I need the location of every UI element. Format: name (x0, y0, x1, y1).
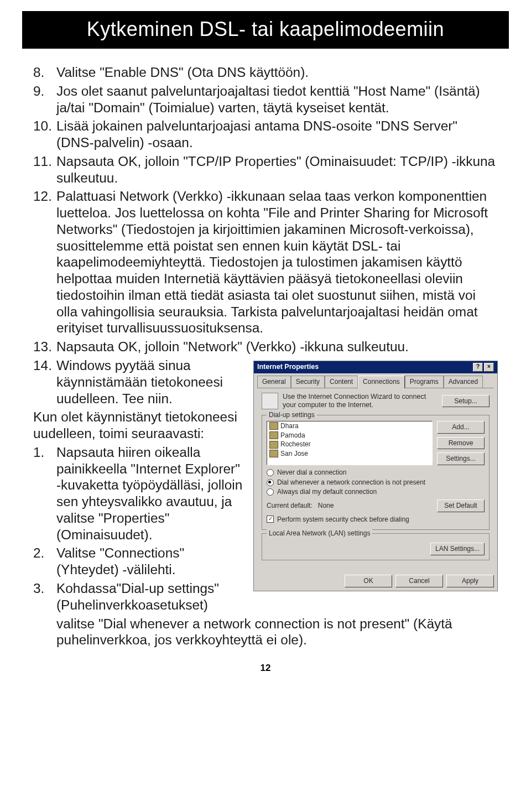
radio-icon[interactable] (267, 469, 274, 476)
tab-strip: GeneralSecurityContentConnectionsProgram… (254, 373, 497, 388)
numbered-step: 12.Palattuasi Network (Verkko) -ikkunaan… (33, 188, 498, 336)
step-text: Jos olet saanut palveluntarjoajaltasi ti… (56, 83, 498, 116)
connection-icon (269, 450, 278, 457)
step-text: Lisää jokainen palveluntarjoajasi antama… (56, 118, 498, 151)
step-14: 14. Windows pyytää sinua käynnistämään t… (33, 357, 246, 407)
step-number: 9. (33, 83, 56, 116)
step-text: Valitse "Connections" (Yhteydet) -välile… (56, 545, 246, 578)
connections-tab-body: Use the Internet Connection Wizard to co… (257, 388, 494, 568)
body-content: 8.Valitse "Enable DNS" (Ota DNS käyttöön… (33, 64, 498, 648)
numbered-step: 1.Napsauta hiiren oikealla painikkeella … (33, 444, 246, 543)
tab-general[interactable]: General (257, 376, 291, 388)
dialog-title-text: Internet Properties (257, 363, 319, 371)
set-default-button[interactable]: Set Default (437, 499, 485, 512)
dialup-item-label: Pamoda (280, 431, 305, 440)
step-number: 1. (33, 444, 56, 543)
numbered-step: 10.Lisää jokainen palveluntarjoajasi ant… (33, 118, 498, 151)
dial-radio-option[interactable]: Dial whenever a network connection is no… (267, 478, 485, 487)
wizard-icon (262, 393, 278, 409)
tab-security[interactable]: Security (291, 376, 325, 388)
dial-radio-option[interactable]: Never dial a connection (267, 469, 485, 477)
step-text: Kohdassa"Dial-up settings" (Puhelinverkk… (56, 580, 246, 613)
wizard-info-text: Use the Internet Connection Wizard to co… (283, 393, 438, 410)
step-number: 11. (33, 153, 56, 186)
current-default-label: Current default: (267, 502, 313, 509)
step-number: 13. (33, 339, 56, 355)
connection-icon (269, 422, 278, 430)
current-default-value: None (318, 502, 334, 509)
dialog-titlebar: Internet Properties ? × (254, 361, 497, 373)
step-number: 3. (33, 580, 56, 613)
radio-label: Never dial a connection (277, 469, 346, 477)
radio-icon[interactable] (267, 488, 274, 496)
tab-advanced[interactable]: Advanced (444, 376, 483, 388)
dialup-list-item[interactable]: San Jose (267, 449, 432, 459)
security-check-label: Perform system security check before dia… (277, 516, 409, 524)
connection-icon (269, 441, 278, 449)
lan-settings-button[interactable]: LAN Settings... (430, 543, 485, 555)
apply-button[interactable]: Apply (446, 575, 494, 587)
connection-icon (269, 431, 278, 439)
step-number: 12. (33, 188, 56, 336)
step-number: 10. (33, 118, 56, 151)
dialup-list-item[interactable]: Pamoda (267, 431, 432, 440)
numbered-step: 11.Napsauta OK, jolloin "TCP/IP Properti… (33, 153, 498, 186)
step-text: Napsauta OK, jolloin "TCP/IP Properties"… (56, 153, 498, 186)
remove-button[interactable]: Remove (437, 437, 485, 450)
page-title: Kytkeminen DSL- tai kaapelimodeemiin (22, 11, 509, 49)
dialup-group-label: Dial-up settings (267, 411, 317, 419)
dialup-settings-group: Dial-up settings DharaPamodaRochesterSan… (262, 415, 490, 530)
tab-content[interactable]: Content (325, 376, 358, 388)
step-number: 2. (33, 545, 56, 578)
add-button[interactable]: Add... (437, 421, 485, 434)
radio-icon[interactable] (267, 479, 274, 486)
step-text: Napsauta OK, jolloin "Network" (Verkko) … (56, 339, 498, 355)
numbered-step: 9.Jos olet saanut palveluntarjoajaltasi … (33, 83, 498, 116)
step-text: Napsauta hiiren oikealla painikkeella "I… (56, 444, 246, 543)
ok-button[interactable]: OK (345, 575, 392, 587)
lan-group-label: Local Area Network (LAN) settings (267, 529, 372, 538)
page-number: 12 (33, 663, 498, 674)
step-3a: 3. Kohdassa"Dial-up settings" (Puhelinve… (33, 580, 246, 613)
tab-programs[interactable]: Programs (405, 376, 444, 388)
security-check-row[interactable]: Perform system security check before dia… (267, 516, 485, 524)
step-number: 8. (33, 64, 56, 81)
internet-properties-dialog: Internet Properties ? × GeneralSecurityC… (253, 361, 498, 591)
followup-text: Kun olet käynnistänyt tietokoneesi uudel… (33, 409, 246, 442)
dial-radio-option[interactable]: Always dial my default connection (267, 488, 485, 496)
checkbox-icon[interactable] (267, 516, 274, 523)
step-text: Valitse "Enable DNS" (Ota DNS käyttöön). (56, 64, 498, 81)
help-button[interactable]: ? (473, 363, 483, 372)
step-3b: valitse "Dial whenever a network connect… (56, 616, 498, 649)
dialup-list-item[interactable]: Rochester (267, 440, 432, 449)
step-number: 14. (33, 357, 56, 407)
dialup-item-label: Rochester (280, 440, 311, 449)
setup-button[interactable]: Setup... (442, 395, 490, 408)
settings-button[interactable]: Settings... (437, 452, 485, 465)
numbered-step: 13.Napsauta OK, jolloin "Network" (Verkk… (33, 339, 498, 355)
step-text: Windows pyytää sinua käynnistämään tieto… (56, 357, 246, 407)
radio-label: Dial whenever a network connection is no… (277, 478, 425, 487)
step-text: Palattuasi Network (Verkko) -ikkunaan se… (56, 188, 498, 336)
cancel-button[interactable]: Cancel (395, 575, 443, 587)
dialup-item-label: San Jose (280, 450, 308, 458)
dialup-listbox[interactable]: DharaPamodaRochesterSan Jose (267, 421, 433, 465)
dialup-item-label: Dhara (280, 422, 299, 430)
numbered-step: 8.Valitse "Enable DNS" (Ota DNS käyttöön… (33, 64, 498, 81)
lan-settings-group: Local Area Network (LAN) settings LAN Se… (262, 533, 490, 560)
numbered-step: 2.Valitse "Connections" (Yhteydet) -väli… (33, 545, 246, 578)
radio-label: Always dial my default connection (277, 488, 377, 496)
tab-connections[interactable]: Connections (358, 376, 405, 388)
close-button[interactable]: × (484, 363, 494, 372)
dialup-list-item[interactable]: Dhara (267, 421, 432, 431)
